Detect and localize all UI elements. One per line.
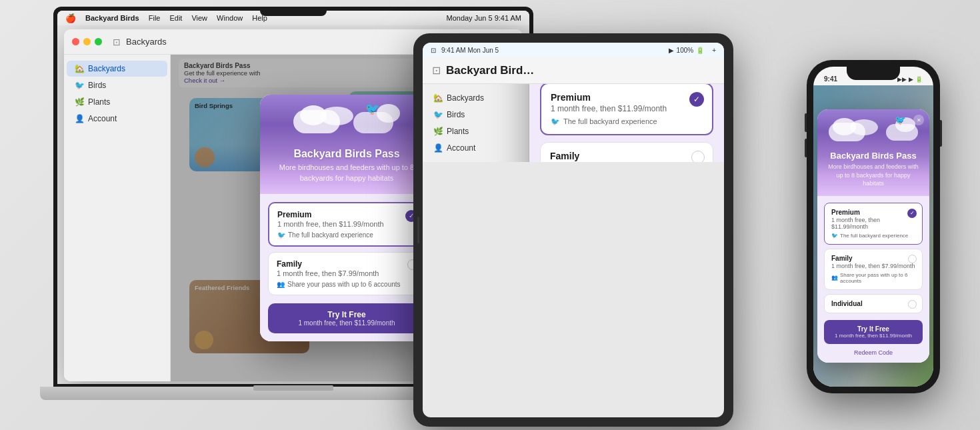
ipad-sidebar-backyards[interactable]: 🏡 Backyards [425,90,526,106]
mac-family-feature: 👥 Share your pass with up to 6 accounts [277,281,417,288]
ipad-sidebar-birds-label: Birds [447,110,465,119]
iphone-screen-outer: 9:41 ▶▶ ▶ 🔋 ✕ [813,67,933,387]
mac-premium-price: 1 month free, then $11.99/month [277,220,416,228]
sidebar-label-account: Account [88,114,117,123]
mac-modal-body: Premium 1 month free, then $11.99/month … [260,194,433,341]
ipad-sidebar-backyards-label: Backyards [447,93,484,103]
premium-feature-text: The full backyard experience [288,231,373,239]
traffic-light-close[interactable] [72,38,79,45]
sidebar-item-backyards[interactable]: 🏡 Backyards [67,61,167,77]
ipad-main: Calm Palms ✕ [529,84,724,162]
macbook-notch [260,7,327,16]
sidebar-item-birds[interactable]: 🐦 Birds [67,77,167,93]
ipad-sidebar-account[interactable]: 👤 Account [425,140,526,156]
iphone-vol-up [805,113,807,132]
iphone-modal-body: Premium 1 month free, then $11.99/month … [817,196,929,363]
iphone-family-price: 1 month free, then $7.99/month [831,263,915,269]
iphone-family-text: Share your pass with up to 6 accounts [840,272,915,284]
iphone-battery-icon: 🔋 [915,76,923,83]
iphone-premium-price: 1 month free, then $11.99/month [831,217,915,230]
mac-modal-title: Backyard Birds Pass [293,148,399,160]
ipad-sidebar-plants[interactable]: 🌿 Plants [425,123,526,139]
ipad-sidebar-toggle[interactable]: ⊡ [432,64,441,77]
iphone-subscription-modal: ✕ 🐦 Backyard Birds Pass More birdhouses … [817,109,929,363]
iphone-premium-name: Premium [831,209,915,216]
ipad-battery: 100% [677,47,694,54]
ipad-account-icon: 👤 [433,143,443,153]
menubar-edit[interactable]: Edit [169,14,182,22]
iphone-plan-family[interactable]: Family 1 month free, then $7.99/month 👥 … [824,249,923,290]
iphone-signal-icon: ▶▶ [897,76,907,83]
ipad-sidebar-account-label: Account [447,143,475,153]
iphone-modal-title: Backyard Birds Pass [830,151,916,161]
family-feature-text: Share your pass with up to 6 accounts [287,281,401,288]
plants-icon: 🌿 [75,97,84,107]
iphone-illustration: 🐦 [823,113,923,147]
ipad-sidebar-birds[interactable]: 🐦 Birds [425,107,526,123]
menubar-app-name: Backyard Birds [85,14,139,22]
bird-illustration: 🐦 [364,100,381,117]
premium-feature-icon: 🐦 [277,231,285,239]
sidebar-label-plants: Plants [88,97,110,107]
mac-try-free-button[interactable]: Try It Free 1 month free, then $11.99/mo… [268,303,425,333]
mac-subscription-modal: ✕ 🐦 [260,95,433,341]
menubar-right: Monday Jun 5 9:41 AM [446,14,521,22]
sidebar-item-account[interactable]: 👤 Account [67,111,167,127]
scene: 🍎 Backyard Birds File Edit View Window H… [0,0,980,430]
mac-modal-subtitle: More birdhouses and feeders with up to 8… [271,163,423,183]
sidebar-toggle-icon[interactable]: ⊡ [113,37,121,47]
ipad-add-icon: + [712,47,716,54]
ipad-plan-family[interactable]: Family 1 month free, then $7.99/month 👥 … [540,142,713,162]
iphone-family-feature: 👥 Share your pass with up to 6 accounts [831,272,915,284]
menubar-file[interactable]: File [149,14,161,22]
ipad-subscription-modal: ✕ 🐦 Backyard Birds [529,84,724,162]
iphone-bird-illustration: 🐦 [894,114,907,127]
iphone-family-radio[interactable] [908,255,917,263]
ipad-family-radio[interactable] [691,151,705,162]
ipad-statusbar-right: ▶ 100% 🔋 + [669,47,716,54]
iphone-modal-header: ✕ 🐦 Backyard Birds Pass More birdhouses … [817,109,929,196]
mac-modal-header: ✕ 🐦 [260,95,433,194]
account-icon: 👤 [75,114,84,123]
family-feature-icon: 👥 [277,281,285,288]
iphone-try-free-button[interactable]: Try It Free 1 month free, then $11.99/mo… [824,320,923,344]
iphone-wifi-icon: ▶ [909,76,913,83]
mac-modal-illustration: 🐦 [280,100,413,143]
ipad-modal-overlay: ✕ 🐦 Backyard Birds [529,84,724,162]
ipad-wifi-icon: ▶ [669,47,674,54]
ipad-app-header: ⊡ Backyard Bird… [423,57,724,84]
traffic-light-fullscreen[interactable] [95,38,102,45]
ipad-plan-premium[interactable]: Premium 1 month free, then $11.99/month … [540,84,713,135]
iphone-vol-down [805,139,807,157]
ipad-sidebar: 🏡 Backyards 🐦 Birds 🌿 Plants 👤 Account [423,84,529,162]
iphone-individual-radio[interactable] [908,300,917,309]
ipad-battery-icon: 🔋 [696,47,704,54]
ipad-premium-icon: 🐦 [551,117,560,126]
iphone-individual-name: Individual [831,300,915,307]
ipad-plants-icon: 🌿 [433,127,443,136]
ipad-premium-feature: 🐦 The full backyard experience [551,117,703,126]
iphone: 9:41 ▶▶ ▶ 🔋 ✕ [807,60,940,393]
iphone-modal-overlay: ✕ 🐦 Backyard Birds Pass More birdhouses … [813,85,933,387]
iphone-premium-text: The full backyard experience [840,233,908,239]
mac-family-name: Family [277,259,417,269]
window-title: Backyards [126,37,167,47]
mac-plan-premium[interactable]: Premium 1 month free, then $11.99/month … [268,202,425,247]
menubar-window[interactable]: Window [217,14,243,22]
iphone-family-name: Family [831,255,915,262]
apple-icon: 🍎 [65,13,76,23]
sidebar-item-plants[interactable]: 🌿 Plants [67,94,167,110]
window-sidebar: 🏡 Backyards 🐦 Birds 🌿 Plants [64,55,171,381]
mac-premium-name: Premium [277,210,416,219]
iphone-family-icon: 👥 [831,275,838,281]
mac-plan-family[interactable]: Family 1 month free, then $7.99/month 👥 … [268,252,425,295]
iphone-redeem-code-button[interactable]: Redeem Code [824,349,923,356]
ipad-app-title: Backyard Bird… [446,64,534,77]
macbook-hinge [253,385,333,391]
ipad-time: 9:41 AM Mon Jun 5 [441,47,499,54]
menubar-view[interactable]: View [191,14,207,22]
iphone-plan-premium[interactable]: Premium 1 month free, then $11.99/month … [824,203,923,245]
traffic-light-minimize[interactable] [83,38,91,45]
ipad-premium-text: The full backyard experience [563,117,657,125]
iphone-plan-individual[interactable]: Individual [824,294,923,313]
